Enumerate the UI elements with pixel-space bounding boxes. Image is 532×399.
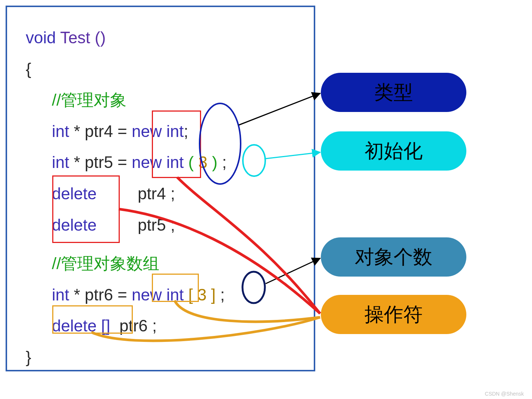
label-type: 类型 <box>321 73 466 112</box>
delete-ptr5: delete ptr5 ; <box>26 209 303 241</box>
code-line-signature: void Test () <box>26 22 303 53</box>
decl-ptr5: int * ptr5 = new int ( 3 ) ; <box>26 147 303 178</box>
open-brace: { <box>26 53 303 85</box>
delete-keyword-1: delete <box>52 184 97 203</box>
delete-keyword-2: delete <box>52 216 97 234</box>
keyword-void: void <box>26 28 56 47</box>
decl-ptr4: int * ptr4 = new int; <box>26 116 303 147</box>
code-frame: void Test () { //管理对象 int * ptr4 = new i… <box>6 6 315 371</box>
delete-keyword-3: delete [] <box>52 317 110 335</box>
label-count: 对象个数 <box>321 237 466 277</box>
watermark: CSDN @Shensk <box>485 391 524 397</box>
type-int-2: int <box>166 153 184 171</box>
new-keyword-3: new <box>132 286 162 304</box>
array-count: 3 <box>197 286 206 304</box>
label-init: 初始化 <box>321 131 466 171</box>
close-brace: } <box>26 342 303 373</box>
comment-line-2: //管理对象数组 <box>26 248 303 279</box>
label-operator: 操作符 <box>321 295 466 334</box>
comment-line-1: //管理对象 <box>26 84 303 116</box>
new-keyword-2: new <box>132 153 162 171</box>
new-keyword-1: new <box>132 122 162 140</box>
delete-ptr4: delete ptr4 ; <box>26 178 303 209</box>
init-value: 3 <box>198 153 207 171</box>
function-name: Test () <box>56 28 106 47</box>
decl-ptr6: int * ptr6 = new int [ 3 ] ; <box>26 279 303 311</box>
delete-ptr6: delete [] ptr6 ; <box>26 310 303 342</box>
type-int-1: int <box>166 122 184 140</box>
